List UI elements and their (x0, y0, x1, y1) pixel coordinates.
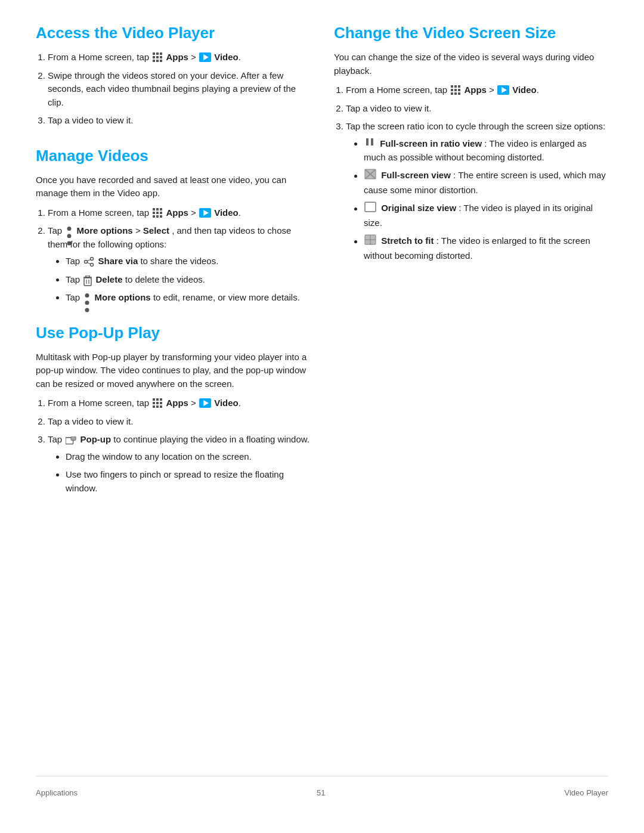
manage-step-2: Tap More options > Select , a (48, 224, 310, 305)
svg-point-35 (85, 293, 89, 298)
svg-point-27 (85, 261, 88, 264)
manage-bullet-delete: Tap De (66, 273, 310, 287)
more-options-icon-1 (65, 227, 73, 236)
change-bullets: Full-screen in ratio view : The video is… (364, 137, 608, 263)
access-step-1: From a Home screen, tap (48, 51, 310, 64)
svg-rect-3 (153, 56, 155, 58)
fullscreen-icon (364, 169, 377, 184)
page-footer: Applications 51 Video Player (36, 776, 608, 797)
svg-rect-45 (156, 405, 159, 408)
svg-rect-11 (153, 208, 155, 210)
manage-intro: Once you have recorded and saved at leas… (36, 174, 310, 200)
svg-rect-14 (153, 212, 155, 214)
change-step-3: Tap the screen ratio icon to cycle throu… (346, 120, 608, 262)
manage-steps-list: From a Home screen, tap (48, 206, 310, 305)
access-step-2: Swipe through the videos stored on your … (48, 69, 310, 110)
svg-rect-15 (156, 212, 159, 214)
ratio-bars-icon (364, 137, 376, 151)
svg-point-22 (67, 227, 72, 231)
svg-rect-46 (160, 405, 162, 408)
svg-rect-44 (153, 405, 155, 408)
apps-icon-1 (152, 52, 163, 63)
change-bullet-fullscreen: Full-screen view : The entire screen is … (364, 169, 608, 197)
popup-steps-list: From a Home screen, tap (48, 397, 310, 495)
svg-point-23 (67, 234, 72, 238)
svg-rect-30 (84, 278, 91, 286)
manage-step-1: From a Home screen, tap (48, 206, 310, 220)
right-column: Change the Video Screen Size You can cha… (334, 24, 608, 776)
step3-text: Tap a video to view it. (48, 115, 133, 125)
manage-bullet-share: Tap Sh (66, 255, 310, 268)
svg-rect-52 (454, 85, 457, 88)
svg-rect-16 (160, 212, 162, 214)
section-popup-title: Use Pop-Up Play (36, 324, 310, 342)
svg-rect-67 (365, 202, 376, 212)
change-step-1: From a Home screen, tap (346, 83, 608, 97)
popup-icon (66, 435, 76, 445)
step1-separator-1: > (191, 52, 199, 62)
svg-point-26 (91, 264, 94, 267)
popup-bullets: Drag the window to any location on the s… (66, 450, 310, 496)
change-bullet-stretch: Stretch to fit : The video is enlarged t… (364, 234, 608, 262)
svg-rect-39 (156, 398, 159, 401)
change-step-2: Tap a video to view it. (346, 102, 608, 116)
video-icon-2 (199, 208, 211, 218)
svg-rect-13 (160, 208, 162, 210)
svg-rect-4 (156, 56, 159, 58)
apps-icon-3 (152, 398, 163, 408)
svg-rect-56 (458, 89, 460, 91)
svg-rect-63 (371, 138, 373, 145)
footer-center: 51 (317, 788, 325, 797)
step2-text: Swipe through the videos stored on your … (48, 70, 296, 107)
access-steps-list: From a Home screen, tap (48, 51, 310, 128)
svg-line-28 (88, 259, 91, 261)
section-manage-title: Manage Videos (36, 147, 310, 165)
svg-rect-59 (458, 92, 460, 95)
manage-bullets: Tap Sh (66, 255, 310, 305)
popup-bullet-drag: Drag the window to any location on the s… (66, 450, 310, 464)
change-steps-list: From a Home screen, tap (346, 83, 608, 262)
access-step-3: Tap a video to view it. (48, 114, 310, 128)
video-icon-4 (497, 85, 509, 95)
video-icon-1 (199, 52, 211, 62)
svg-point-37 (85, 308, 89, 312)
svg-rect-54 (451, 89, 453, 91)
svg-rect-38 (153, 398, 155, 401)
stretch-icon (364, 234, 377, 249)
content-columns: Access the Video Player From a Home scre… (36, 24, 608, 776)
change-bullet-original: Original size view : The video is played… (364, 202, 608, 230)
apps-label-1: Apps (166, 52, 188, 62)
popup-step-3: Tap Pop-up to continue playing the video… (48, 433, 310, 495)
svg-rect-50 (71, 436, 76, 440)
popup-intro: Multitask with Pop-up player by transfor… (36, 351, 310, 391)
popup-step-2: Tap a video to view it. (48, 415, 310, 429)
svg-rect-0 (153, 52, 155, 55)
more-options-icon-2 (83, 293, 91, 303)
svg-rect-32 (86, 275, 89, 277)
svg-point-25 (91, 258, 94, 261)
svg-rect-6 (153, 60, 155, 62)
svg-point-36 (85, 301, 89, 305)
svg-rect-17 (153, 215, 155, 218)
original-size-icon (364, 202, 377, 216)
svg-rect-40 (160, 398, 162, 401)
svg-rect-18 (156, 215, 159, 218)
svg-rect-2 (160, 52, 162, 55)
section-access-video: Access the Video Player From a Home scre… (36, 24, 310, 128)
manage-step1-before: From a Home screen, tap (48, 208, 151, 218)
left-column: Access the Video Player From a Home scre… (36, 24, 310, 776)
footer-right: Video Player (565, 788, 608, 797)
section-manage-videos: Manage Videos Once you have recorded and… (36, 147, 310, 305)
svg-rect-41 (153, 402, 155, 404)
svg-rect-5 (160, 56, 162, 58)
apps-icon-4 (450, 85, 461, 95)
svg-rect-12 (156, 208, 159, 210)
share-icon (83, 257, 94, 267)
svg-rect-57 (451, 92, 453, 95)
change-bullet-ratio: Full-screen in ratio view : The video is… (364, 137, 608, 165)
apps-label-2: Apps (166, 208, 188, 218)
section-change-title: Change the Video Screen Size (334, 24, 608, 42)
svg-line-29 (88, 262, 91, 264)
svg-rect-51 (451, 85, 453, 88)
video-label-2: Video (214, 208, 239, 218)
